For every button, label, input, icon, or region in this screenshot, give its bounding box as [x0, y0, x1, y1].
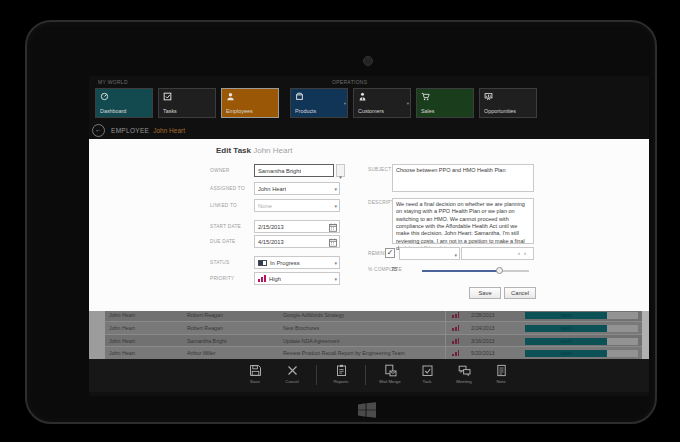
front-camera [363, 56, 373, 66]
calendar-icon[interactable] [329, 223, 337, 232]
progress-bar: 100% [525, 312, 638, 319]
start-date-label: START DATE [210, 224, 241, 229]
tile-customers[interactable]: Customers ▾ [353, 88, 411, 118]
customers-icon [358, 92, 367, 101]
toolbar-label: Mail Merge [379, 379, 400, 384]
toolbar-note-button[interactable]: Note [488, 364, 514, 385]
cell-owner: John Heart [109, 312, 135, 318]
chevron-down-icon: ▾ [339, 174, 342, 180]
tile-label: Dashboard [100, 108, 126, 114]
chevron-down-icon: ▾ [334, 276, 337, 282]
toolbar-reports-button[interactable]: Reports [328, 364, 354, 385]
tasks-icon [163, 92, 172, 101]
windows-home-button[interactable] [358, 402, 376, 418]
linked-to-combobox[interactable]: None ▾ [254, 199, 340, 212]
tile-dropdown-caret[interactable]: ▾ [407, 101, 409, 106]
progress-label: 100% [525, 350, 607, 357]
cell-assigned-to: Robert Reagan [187, 325, 223, 331]
toolbar-save-button[interactable]: Save [242, 364, 268, 385]
owner-combobox[interactable]: Samantha Bright [254, 164, 334, 177]
grid-scrollbar[interactable] [642, 308, 649, 359]
description-textbox[interactable]: We need a final decision on whether we a… [392, 198, 534, 244]
save-icon [249, 364, 262, 377]
toolbar-label: Cancel [285, 379, 298, 384]
status-label: STATUS [210, 260, 229, 265]
owner-value: Samantha Bright [258, 168, 301, 174]
linked-to-label: LINKED TO [210, 203, 237, 208]
percent-complete-value: 75 [391, 266, 397, 272]
reminder-combobox[interactable]: ▾ [399, 247, 460, 260]
tile-tasks[interactable]: Tasks [158, 88, 216, 118]
priority-high-icon [452, 338, 459, 344]
toolbar-label: Note [496, 379, 505, 384]
app-screen: MY WORLD OPERATIONS Dashboard Tasks [89, 76, 649, 396]
slider-fill [422, 270, 500, 273]
tile-products[interactable]: Products ▾ [290, 88, 348, 118]
toolbar-separator [316, 365, 317, 385]
progress-label: 100% [525, 338, 607, 345]
toolbar-task-button[interactable]: Task [414, 364, 440, 385]
nav-tile-bar: Dashboard Tasks Employees [95, 88, 537, 118]
tablet-bezel: MY WORLD OPERATIONS Dashboard Tasks [25, 20, 657, 424]
cancel-button[interactable]: Cancel [504, 287, 536, 299]
status-combobox[interactable]: In Progress ▾ [254, 256, 340, 269]
tile-employees[interactable]: Employees [221, 88, 279, 118]
owner-dropdown-button[interactable]: ▾ [336, 164, 345, 177]
task-icon [421, 364, 434, 377]
spinner-arrows-icon[interactable]: ‹› [518, 250, 530, 256]
priority-combobox[interactable]: High ▾ [254, 272, 340, 285]
toolbar-label: Reports [333, 379, 348, 384]
cell-assigned-to: Robert Reagan [187, 312, 223, 318]
progress-label: 100% [525, 325, 607, 332]
subject-label: SUBJECT [368, 167, 391, 172]
percent-complete-slider[interactable] [422, 267, 529, 275]
dialog-title: Edit Task John Heart [216, 146, 292, 155]
cell-subject: Update NDA Agreement [283, 338, 340, 344]
chevron-down-icon: ▾ [454, 252, 457, 258]
tile-opportunities[interactable]: Opportunities [479, 88, 537, 118]
tile-dropdown-caret[interactable]: ▾ [344, 101, 346, 106]
tile-label: Products [295, 108, 316, 114]
start-date-input[interactable]: 2/15/2013 [254, 220, 340, 233]
mail-merge-icon [384, 364, 397, 377]
progress-bar: 100% [525, 325, 638, 332]
back-button[interactable]: ← [92, 124, 105, 137]
due-date-input[interactable]: 4/15/2013 [254, 235, 340, 248]
dashboard-icon [100, 92, 109, 101]
cell-owner: John Heart [109, 338, 135, 344]
close-icon [286, 364, 299, 377]
toolbar-meeting-button[interactable]: Meeting [451, 364, 477, 385]
priority-high-icon [452, 325, 459, 331]
table-row[interactable]: John Heart Samantha Bright Update NDA Ag… [105, 334, 642, 347]
edit-task-dialog: Edit Task John Heart OWNER Samantha Brig… [89, 139, 649, 311]
subject-textbox[interactable]: Choose between PPO and HMO Health Plan [392, 164, 534, 192]
tasks-grid-area: John Heart Robert Reagan Google AdWords … [89, 308, 649, 359]
toolbar-cancel-button[interactable]: Cancel [279, 364, 305, 385]
owner-label: OWNER [210, 168, 229, 173]
tasks-table: John Heart Robert Reagan Google AdWords … [105, 308, 642, 359]
tile-sales[interactable]: Sales [416, 88, 474, 118]
progress-label: 100% [525, 312, 607, 319]
dialog-title-suffix: John Heart [253, 146, 292, 155]
note-icon [495, 364, 508, 377]
check-icon: ✓ [387, 248, 394, 257]
reminder-checkbox[interactable]: ✓ [385, 248, 395, 258]
save-button[interactable]: Save [469, 287, 501, 299]
cell-subject: Review Product Recall Report by Engineer… [283, 350, 405, 356]
opportunities-icon [484, 92, 493, 101]
slider-thumb[interactable] [496, 267, 503, 274]
toolbar-mail-merge-button[interactable]: Mail Merge [377, 364, 403, 385]
description-value: We need a final decision on whether we a… [396, 201, 525, 251]
breadcrumb: ← EMPLOYEE John Heart [92, 122, 185, 138]
assigned-to-combobox[interactable]: John Heart ▾ [254, 182, 340, 195]
table-row[interactable]: John Heart Arthur Miller Review Product … [105, 346, 642, 359]
chevron-down-icon: ▾ [334, 186, 337, 192]
tile-dashboard[interactable]: Dashboard [95, 88, 153, 118]
table-row[interactable]: John Heart Robert Reagan New Brochures 2… [105, 321, 642, 334]
breadcrumb-section: EMPLOYEE [111, 127, 149, 134]
grid-left-margin [89, 308, 105, 359]
chevron-down-icon: ▾ [334, 260, 337, 266]
calendar-icon[interactable] [329, 238, 337, 247]
reminder-time-spinner[interactable]: ‹› [461, 247, 534, 260]
cell-subject: New Brochures [283, 325, 319, 331]
